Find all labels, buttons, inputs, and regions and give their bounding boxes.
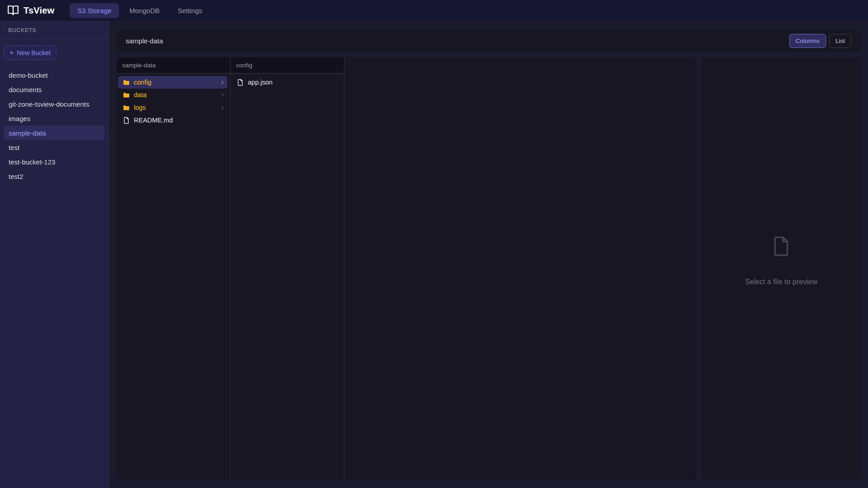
file-row-app-json[interactable]: app.json (232, 76, 341, 89)
buckets-heading: BUCKETS (0, 21, 108, 39)
nav-tabs: S3 Storage MongoDB Settings (70, 3, 210, 18)
buckets-sidebar: BUCKETS + New Bucket demo-bucket documen… (0, 21, 109, 488)
tab-s3-storage[interactable]: S3 Storage (70, 3, 119, 18)
top-nav: TsView S3 Storage MongoDB Settings (0, 0, 868, 21)
columns-view-button[interactable]: Columns (789, 34, 826, 48)
file-row-readme[interactable]: README.md (118, 114, 227, 127)
bucket-item-git-zone-tsview-documents[interactable]: git-zone-tsview-documents (4, 97, 104, 111)
chevron-right-icon: › (221, 77, 224, 87)
content-header: sample-data Columns List (117, 29, 860, 52)
folder-icon (123, 79, 130, 86)
bucket-title: sample-data (126, 37, 163, 45)
app-brand: TsView (7, 5, 54, 16)
bucket-item-sample-data[interactable]: sample-data (4, 126, 104, 140)
folder-icon (123, 104, 130, 112)
plus-icon: + (9, 49, 14, 56)
chevron-right-icon: › (221, 90, 224, 100)
preview-placeholder-text: Select a file to preview (745, 278, 817, 286)
tab-mongodb[interactable]: MongoDB (122, 3, 167, 18)
bucket-item-documents[interactable]: documents (4, 82, 104, 97)
book-open-icon (7, 5, 19, 16)
bucket-item-test-bucket-123[interactable]: test-bucket-123 (4, 155, 104, 169)
bucket-item-test2[interactable]: test2 (4, 169, 104, 183)
column-item-list: app.json (231, 74, 344, 91)
file-preview-panel: Select a file to preview (702, 57, 860, 480)
tab-settings[interactable]: Settings (170, 3, 210, 18)
list-view-button[interactable]: List (829, 34, 851, 48)
main-content: sample-data Columns List sample-data con (109, 21, 868, 488)
item-name: app.json (248, 79, 273, 86)
file-placeholder-icon (770, 234, 793, 261)
column-config: config app.json (231, 57, 344, 480)
app-title: TsView (24, 5, 54, 16)
item-name: README.md (134, 117, 173, 124)
new-bucket-button[interactable]: + New Bucket (4, 45, 57, 60)
chevron-right-icon: › (221, 103, 224, 113)
bucket-item-demo-bucket[interactable]: demo-bucket (4, 68, 104, 82)
file-icon (123, 117, 130, 124)
new-bucket-label: New Bucket (17, 49, 51, 56)
column-sample-data: sample-data config › (117, 57, 231, 480)
bucket-item-test[interactable]: test (4, 140, 104, 155)
file-icon (236, 79, 244, 86)
file-browser-columns: sample-data config › (117, 57, 696, 480)
folder-row-config[interactable]: config › (118, 76, 227, 89)
column-header: config (231, 57, 344, 74)
item-name: data (134, 91, 146, 99)
empty-columns-area (344, 57, 696, 480)
bucket-list: demo-bucket documents git-zone-tsview-do… (0, 68, 108, 183)
item-name: config (134, 79, 151, 86)
view-toggle: Columns List (789, 34, 851, 48)
folder-icon (123, 91, 130, 99)
column-header: sample-data (117, 57, 230, 74)
bucket-item-images[interactable]: images (4, 111, 104, 126)
folder-row-logs[interactable]: logs › (118, 101, 227, 114)
item-name: logs (134, 104, 146, 111)
column-item-list: config › data › (117, 74, 230, 129)
folder-row-data[interactable]: data › (118, 89, 227, 101)
